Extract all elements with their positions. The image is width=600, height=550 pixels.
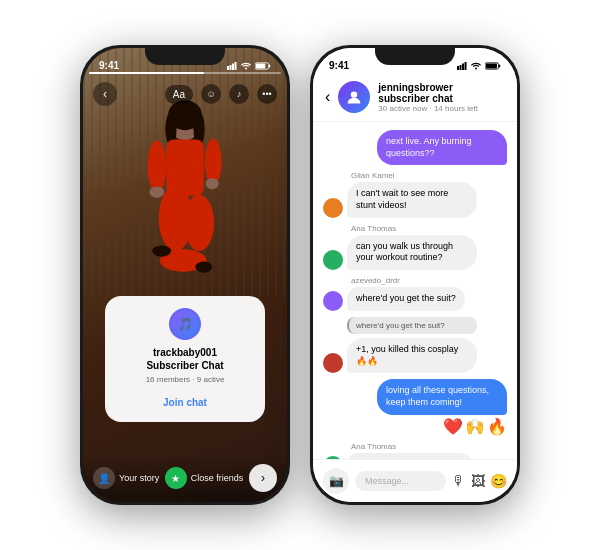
- close-friends-button[interactable]: ★ Close friends: [165, 467, 244, 489]
- svg-rect-28: [465, 62, 467, 70]
- svg-rect-20: [235, 62, 237, 70]
- close-friends-icon: ★: [165, 467, 187, 489]
- message-gilan: Gilan Kamel I can't wait to see more stu…: [323, 171, 507, 217]
- avatar-azevedo: [323, 291, 343, 311]
- svg-rect-26: [460, 65, 462, 70]
- msg-row-azevedo: where'd you get the suit?: [323, 287, 507, 311]
- chat-header-name: jenningsbrower subscriber chat: [378, 82, 505, 104]
- next-story-button[interactable]: ›: [249, 464, 277, 492]
- svg-rect-24: [256, 63, 266, 68]
- sender-ana-excited: Ana Thomas: [323, 442, 507, 451]
- reaction-hands: 🙌: [465, 417, 485, 436]
- your-story-label: Your story: [119, 473, 159, 483]
- message-azevedo: azevedo_drdr where'd you get the suit?: [323, 276, 507, 311]
- message-input[interactable]: Message...: [355, 471, 446, 491]
- back-button[interactable]: ‹: [93, 82, 117, 106]
- chat-status-icons: [457, 62, 501, 70]
- chat-input-bar: 📷 Message... 🎙 🖼 😊: [313, 459, 517, 502]
- chat-popup-name: trackbaby001Subscriber Chat: [117, 346, 253, 372]
- your-story-button[interactable]: 👤 Your story: [93, 467, 159, 489]
- msg-row-ana: can you walk us through your workout rou…: [323, 235, 507, 270]
- messages-area: next live. Any burning questions?? Gilan…: [313, 122, 517, 459]
- chat-popup-avatar: 🎵: [169, 308, 201, 340]
- emoji-icon[interactable]: 😊: [490, 473, 507, 489]
- more-tool[interactable]: •••: [257, 84, 277, 104]
- sender-azevedo: azevedo_drdr: [323, 276, 507, 285]
- phone-notch-2: [375, 45, 455, 65]
- outgoing-bubble: loving all these questions, keep them co…: [377, 379, 507, 414]
- status-time: 9:41: [99, 60, 119, 71]
- svg-rect-23: [269, 64, 271, 67]
- svg-point-16: [195, 261, 212, 272]
- bubble-reply: +1, you killed this cosplay 🔥🔥: [347, 338, 477, 373]
- message-reply: where'd you get the suit? +1, you killed…: [323, 317, 507, 373]
- svg-point-13: [184, 195, 214, 251]
- chat-back-button[interactable]: ‹: [325, 88, 330, 106]
- phone-chat: 9:41 ‹ jenningsbrower subscriber chat: [310, 45, 520, 505]
- bubble-azevedo: where'd you get the suit?: [347, 287, 465, 311]
- camera-button[interactable]: 📷: [323, 468, 349, 494]
- svg-point-10: [149, 186, 164, 197]
- text-tool-label: Aa: [173, 89, 185, 100]
- chat-header-avatar: [338, 81, 370, 113]
- svg-point-8: [148, 140, 167, 193]
- svg-rect-19: [232, 63, 234, 70]
- svg-point-29: [475, 67, 477, 69]
- chat-popup-card: 🎵 trackbaby001Subscriber Chat 16 members…: [105, 296, 265, 422]
- svg-rect-17: [227, 66, 229, 70]
- text-tool[interactable]: Aa: [165, 85, 193, 104]
- chat-popup-members: 16 members · 9 active: [117, 375, 253, 384]
- music-tool[interactable]: ♪: [229, 84, 249, 104]
- message-ana-excited: Ana Thomas So excited for this 🙌🙌🙌: [323, 442, 507, 459]
- reaction-fire: 🔥: [487, 417, 507, 436]
- svg-point-11: [206, 178, 219, 189]
- your-story-icon: 👤: [93, 467, 115, 489]
- svg-rect-32: [486, 63, 497, 68]
- story-bottom-bar: 👤 Your story ★ Close friends ›: [83, 454, 287, 502]
- chat-header-info: jenningsbrower subscriber chat 30 active…: [378, 82, 505, 113]
- reactions-bar: ❤️ 🙌 🔥: [443, 417, 507, 436]
- close-friends-label: Close friends: [191, 473, 244, 483]
- story-top-bar: ‹ Aa ☺ ♪ •••: [83, 76, 287, 112]
- chat-body: 9:41 ‹ jenningsbrower subscriber chat: [313, 48, 517, 502]
- avatar-ana: [323, 250, 343, 270]
- sticker-tool[interactable]: ☺: [201, 84, 221, 104]
- host-message-1: next live. Any burning questions??: [323, 130, 507, 165]
- avatar-gilan: [323, 198, 343, 218]
- msg-row-gilan: I can't wait to see more stunt videos!: [323, 182, 507, 217]
- sender-ana: Ana Thomas: [323, 224, 507, 233]
- svg-rect-25: [457, 66, 459, 70]
- outgoing-host-msg: loving all these questions, keep them co…: [323, 379, 507, 435]
- reply-quote: where'd you get the suit?: [347, 317, 477, 334]
- sender-gilan: Gilan Kamel: [323, 171, 507, 180]
- chat-header: ‹ jenningsbrower subscriber chat 30 acti…: [313, 75, 517, 122]
- svg-point-33: [351, 91, 357, 97]
- chat-header-sub: 30 active now · 14 hours left: [378, 104, 505, 113]
- join-chat-button[interactable]: Join chat: [163, 397, 207, 408]
- svg-rect-31: [499, 64, 501, 67]
- microphone-icon[interactable]: 🎙: [452, 473, 466, 489]
- input-placeholder: Message...: [365, 476, 409, 486]
- phone-notch: [145, 45, 225, 65]
- msg-row-reply: where'd you get the suit? +1, you killed…: [323, 317, 507, 373]
- story-toolbar: Aa ☺ ♪ •••: [165, 84, 277, 104]
- bubble-gilan: I can't wait to see more stunt videos!: [347, 182, 477, 217]
- svg-point-15: [152, 245, 171, 256]
- input-icons: 🎙 🖼 😊: [452, 473, 507, 489]
- status-icons: [227, 62, 271, 70]
- reaction-heart: ❤️: [443, 417, 463, 436]
- phone-stories: 9:41 ‹ Aa ☺ ♪ •••: [80, 45, 290, 505]
- svg-point-21: [245, 67, 247, 69]
- host-bubble-1: next live. Any burning questions??: [377, 130, 507, 165]
- chat-status-time: 9:41: [329, 60, 349, 71]
- image-icon[interactable]: 🖼: [471, 473, 485, 489]
- svg-rect-18: [230, 65, 232, 70]
- message-ana: Ana Thomas can you walk us through your …: [323, 224, 507, 270]
- bubble-ana: can you walk us through your workout rou…: [347, 235, 477, 270]
- svg-rect-27: [462, 63, 464, 70]
- avatar-reply: [323, 353, 343, 373]
